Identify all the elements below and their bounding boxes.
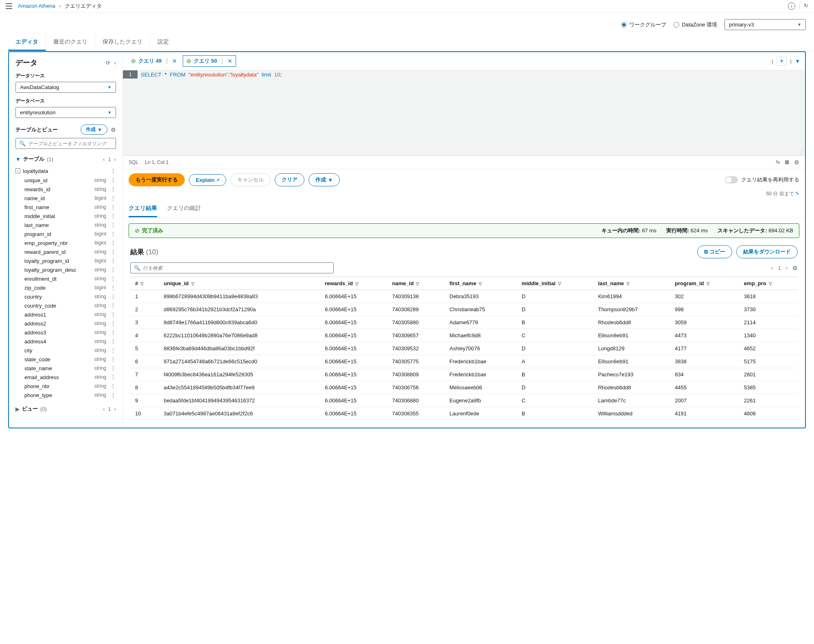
column-name[interactable]: enrollment_dt — [24, 276, 94, 282]
create-button[interactable]: 作成 ▼ — [81, 124, 107, 135]
next-page-icon[interactable]: › — [114, 156, 116, 162]
column-name[interactable]: program_id — [24, 231, 94, 237]
column-name[interactable]: zip_code — [24, 285, 94, 291]
column-name[interactable]: phone_nbr — [24, 383, 94, 389]
add-tab-button[interactable]: + — [777, 57, 787, 66]
prev-page-icon[interactable]: ‹ — [103, 406, 105, 412]
resize-handle-icon[interactable]: ⋰ — [799, 149, 804, 155]
column-menu-icon[interactable]: ⋮ — [110, 231, 116, 237]
column-menu-icon[interactable]: ⋮ — [110, 186, 116, 192]
reuse-results-toggle[interactable] — [725, 176, 738, 183]
column-name[interactable]: loyalty_program_id — [24, 258, 94, 264]
clear-button[interactable]: クリア — [275, 173, 304, 186]
refresh-icon[interactable]: ⟳ — [106, 60, 110, 66]
column-name[interactable]: city — [24, 347, 94, 354]
column-name[interactable]: address1 — [24, 312, 94, 318]
prev-page-icon[interactable]: ‹ — [771, 265, 773, 271]
copy-button[interactable]: ⧉ コピー — [697, 245, 732, 258]
column-menu-icon[interactable]: ⋮ — [110, 392, 116, 398]
column-menu-icon[interactable]: ⋮ — [110, 311, 116, 318]
column-menu-icon[interactable]: ⋮ — [110, 275, 116, 282]
query-tab-menu-icon[interactable]: ⋮ — [219, 58, 225, 64]
col-header[interactable]: #▽ — [130, 277, 159, 290]
column-name[interactable]: emp_property_nbr — [24, 240, 94, 246]
collapse-icon[interactable]: ‹ — [114, 60, 116, 66]
tab-recent[interactable]: 最近のクエリ — [46, 34, 95, 51]
filter-input-field[interactable] — [28, 141, 112, 146]
filter-tables-input[interactable]: 🔍 — [15, 138, 116, 149]
column-menu-icon[interactable]: ⋮ — [110, 213, 116, 219]
column-menu-icon[interactable]: ⋮ — [110, 320, 116, 327]
table-name[interactable]: loyaltydata — [23, 168, 108, 174]
column-menu-icon[interactable]: ⋮ — [110, 338, 116, 345]
column-name[interactable]: address4 — [24, 338, 94, 345]
column-menu-icon[interactable]: ⋮ — [110, 347, 116, 354]
expand-icon[interactable]: ▼ — [15, 156, 21, 162]
tab-saved[interactable]: 保存したクエリ — [95, 34, 150, 51]
column-menu-icon[interactable]: ⋮ — [110, 177, 116, 183]
column-name[interactable]: state_name — [24, 365, 94, 371]
column-menu-icon[interactable]: ⋮ — [110, 356, 116, 362]
column-name[interactable]: first_name — [24, 204, 94, 210]
column-name[interactable]: state_code — [24, 356, 94, 362]
query-tab-50[interactable]: ⊘ クエリ 50 ⋮ ✕ — [183, 55, 236, 67]
menu-icon[interactable] — [6, 3, 12, 9]
radio-datazone[interactable]: DataZone 環境 — [674, 21, 717, 28]
column-name[interactable]: name_id — [24, 195, 94, 201]
column-menu-icon[interactable]: ⋮ — [110, 240, 116, 246]
column-name[interactable]: country_code — [24, 303, 94, 309]
col-header[interactable]: unique_id▽ — [159, 277, 320, 290]
column-menu-icon[interactable]: ⋮ — [110, 284, 116, 291]
column-name[interactable]: address2 — [24, 321, 94, 327]
gear-icon[interactable]: ⚙ — [792, 265, 798, 271]
column-menu-icon[interactable]: ⋮ — [110, 374, 116, 380]
column-name[interactable]: email_address — [24, 374, 94, 380]
column-name[interactable]: phone_type — [24, 392, 94, 398]
col-header[interactable]: first_name▽ — [444, 277, 516, 290]
run-again-button[interactable]: もう一度実行する — [129, 173, 185, 186]
column-menu-icon[interactable]: ⋮ — [110, 329, 116, 336]
column-name[interactable]: middle_initial — [24, 213, 94, 219]
gear-icon[interactable]: ⚙ — [794, 159, 799, 166]
column-name[interactable]: last_name — [24, 222, 94, 228]
column-name[interactable]: unique_id — [24, 177, 94, 183]
format-icon[interactable]: ⇆ — [776, 159, 780, 166]
explain-button[interactable]: Explain ↗ — [189, 174, 226, 186]
edit-icon[interactable]: ✎ — [795, 191, 799, 196]
create-dropdown-button[interactable]: 作成 ▼ — [309, 173, 340, 186]
col-header[interactable]: rewards_id▽ — [320, 277, 387, 290]
column-name[interactable]: reward_parent_id — [24, 249, 94, 255]
prev-page-icon[interactable]: ‹ — [103, 156, 105, 162]
tab-editor[interactable]: エディタ — [8, 34, 46, 51]
close-tab-icon[interactable]: ✕ — [172, 58, 177, 64]
expand-views-icon[interactable]: ▶ — [15, 406, 20, 412]
sql-editor[interactable]: 1 SELECT * FROM "entityresolution"."loya… — [123, 70, 805, 156]
next-page-icon[interactable]: › — [114, 406, 116, 412]
workgroup-select[interactable]: primary-v3 ▼ — [724, 19, 806, 30]
col-header[interactable]: last_name▽ — [593, 277, 670, 290]
tab-query-results[interactable]: クエリ結果 — [129, 201, 157, 217]
layout-icon[interactable]: ▦ — [785, 159, 789, 166]
column-menu-icon[interactable]: ⋮ — [110, 249, 116, 255]
info-icon[interactable]: i — [788, 2, 795, 10]
column-menu-icon[interactable]: ⋮ — [110, 383, 116, 389]
history-icon[interactable]: ↻ — [804, 2, 808, 10]
query-tab-49[interactable]: ⊘ クエリ 49 ⋮ ✕ — [128, 56, 180, 66]
tabs-menu-icon[interactable]: ▼ — [795, 58, 800, 64]
tab-query-stats[interactable]: クエリの統計 — [167, 201, 201, 217]
col-header[interactable]: program_id▽ — [670, 277, 739, 290]
close-tab-icon[interactable]: ✕ — [228, 58, 232, 64]
datasource-select[interactable]: AwsDataCatalog ▼ — [15, 82, 116, 93]
query-tab-menu-icon[interactable]: ⋮ — [164, 58, 170, 64]
column-menu-icon[interactable]: ⋮ — [110, 258, 116, 264]
breadcrumb-service[interactable]: Amazon Athena — [18, 3, 55, 9]
next-page-icon[interactable]: › — [786, 265, 788, 271]
gear-icon[interactable]: ⚙ — [111, 127, 116, 133]
collapse-table-icon[interactable]: − — [15, 168, 20, 173]
col-header[interactable]: emp_pro▽ — [739, 277, 798, 290]
column-name[interactable]: address3 — [24, 330, 94, 336]
tab-settings[interactable]: 設定 — [150, 34, 176, 51]
column-menu-icon[interactable]: ⋮ — [110, 195, 116, 201]
results-search-input[interactable]: 🔍 — [130, 262, 334, 273]
column-menu-icon[interactable]: ⋮ — [110, 302, 116, 309]
